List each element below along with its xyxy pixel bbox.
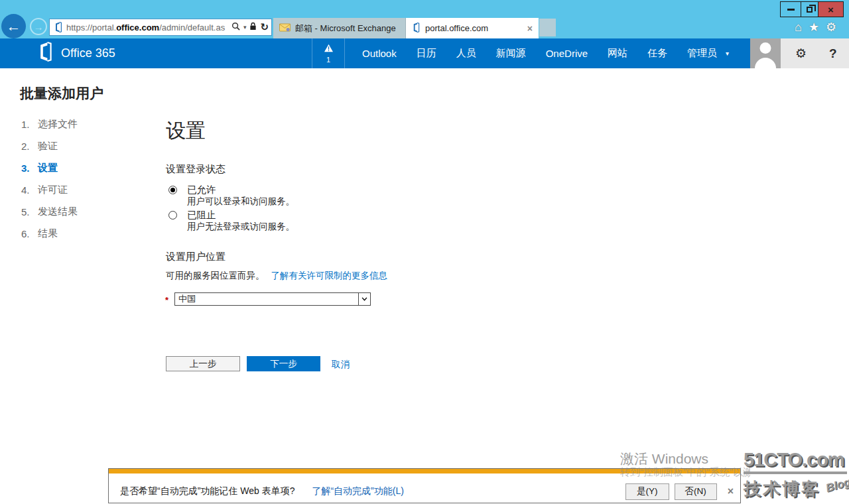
radio-allowed[interactable] [168,186,177,194]
window-minimize-button[interactable] [780,1,801,17]
minimize-icon [787,9,795,11]
tools-gear-icon[interactable]: ⚙ [826,20,836,34]
step-send-results: 5.发送结果 [21,201,78,223]
search-dropdown-caret-icon[interactable]: ▾ [243,24,247,31]
radio-blocked-label[interactable]: 已阻止 [187,209,216,221]
back-button[interactable]: 上一步 [166,356,240,371]
select-chevron-down-icon[interactable] [358,293,370,305]
nav-admin-label: 管理员 [687,47,717,60]
brand-label: Office 365 [61,46,115,60]
browser-forward-button[interactable]: → [30,18,47,35]
restore-icon [807,7,813,13]
notification-message: 是否希望“自动完成”功能记住 Web 表单项? [120,485,294,497]
location-select-value: 中国 [175,293,358,305]
new-tab-button[interactable] [539,19,556,36]
tab-title: 邮箱 - Microsoft Exchange [295,23,396,34]
warning-triangle-icon [324,43,334,55]
url-text: https://portal.office.com/admin/default.… [66,23,231,32]
radio-blocked-desc: 用户无法登录或访问服务。 [187,221,294,233]
nav-sites[interactable]: 网站 [608,47,627,60]
forward-arrow-icon: → [34,21,44,32]
close-icon: × [828,4,834,15]
user-avatar[interactable] [750,38,781,68]
nav-onedrive[interactable]: OneDrive [546,48,588,59]
radio-blocked[interactable] [168,211,177,220]
nav-people[interactable]: 人员 [456,47,476,60]
activate-windows-watermark: 激活 Windows [620,450,708,468]
nav-outlook[interactable]: Outlook [362,48,397,59]
page-title: 批量添加用户 [20,84,103,103]
office365-brand[interactable]: Office 365 [37,38,115,68]
alert-count: 1 [326,56,330,64]
51cto-logo-text: 51CTO.com [744,450,847,474]
envelope-icon [279,23,291,34]
no-button[interactable]: 否(N) [675,483,717,500]
office365-header: Office 365 1 Outlook 日历 人员 新闻源 OneDrive … [0,38,849,68]
window-restore-button[interactable] [801,1,818,17]
activate-windows-subtext: 转到“控制面板”中的“系统”以激活 [620,466,750,479]
office-favicon [54,22,63,32]
browser-chrome: × ← → https://portal.office.com/admin/de… [0,0,849,38]
browser-window: × ← → https://portal.office.com/admin/de… [0,0,849,504]
tab-exchange-mail[interactable]: 邮箱 - Microsoft Exchange [273,18,406,38]
avatar-head-shape [760,42,771,54]
refresh-icon[interactable]: ↻ [260,21,269,33]
radio-allowed-label[interactable]: 已允许 [187,184,216,196]
step-results: 6.结果 [21,223,78,245]
panel-heading: 设置 [166,117,206,145]
step-verify: 2.验证 [21,135,78,157]
wizard-steps: 1.选择文件 2.验证 3.设置 4.许可证 5.发送结果 6.结果 [21,113,78,245]
nav-calendar[interactable]: 日历 [417,47,436,60]
address-bar[interactable]: https://portal.office.com/admin/default.… [49,19,272,36]
back-arrow-icon: ← [7,18,21,35]
autocomplete-help-link[interactable]: 了解“自动完成”功能(L) [312,485,403,497]
51cto-watermark-logo: 51CTO.com 技术博客 Blog [744,450,847,501]
step-settings-active: 3.设置 [21,157,78,179]
office365-logo-icon [37,42,54,65]
avatar-body-shape [755,58,776,68]
yes-button[interactable]: 是(Y) [625,483,669,500]
license-restrictions-link[interactable]: 了解有关许可限制的更多信息 [271,271,388,281]
chevron-down-icon: ▾ [726,50,729,57]
window-close-button[interactable]: × [818,1,844,17]
step-licenses: 4.许可证 [21,179,78,201]
help-icon[interactable]: ? [829,46,837,61]
next-button[interactable]: 下一步 [247,356,320,371]
login-status-label: 设置登录状态 [166,163,226,176]
tab-portal-office[interactable]: portal.office.com × [406,18,539,38]
tab-title: portal.office.com [425,23,488,33]
notification-close-icon[interactable]: × [728,485,734,497]
search-icon[interactable] [231,21,240,33]
nav-admin[interactable]: 管理员 ▾ [687,47,729,60]
home-icon[interactable]: ⌂ [795,20,802,34]
browser-back-button[interactable]: ← [1,14,26,38]
nav-newsfeed[interactable]: 新闻源 [496,47,526,60]
tab-close-icon[interactable]: × [527,23,533,34]
settings-gear-icon[interactable]: ⚙ [795,46,807,61]
lock-icon [249,21,257,33]
cancel-link[interactable]: 取消 [332,359,350,371]
nav-tasks[interactable]: 任务 [647,47,667,60]
radio-allowed-desc: 用户可以登录和访问服务。 [187,196,294,208]
favorites-star-icon[interactable]: ★ [809,20,819,34]
suite-nav: Outlook 日历 人员 新闻源 OneDrive 网站 任务 管理员 ▾ [362,38,729,68]
location-note-text: 可用的服务因位置而异。 [166,271,265,281]
office-favicon [412,23,421,34]
required-asterisk: * [165,295,168,305]
alerts-button[interactable]: 1 [312,38,345,68]
location-note: 可用的服务因位置而异。了解有关许可限制的更多信息 [166,270,387,282]
location-select[interactable]: 中国 [174,292,371,306]
header-right-section: ⚙ ? [781,38,849,68]
user-location-label: 设置用户位置 [166,251,226,263]
step-select-file: 1.选择文件 [21,113,78,135]
